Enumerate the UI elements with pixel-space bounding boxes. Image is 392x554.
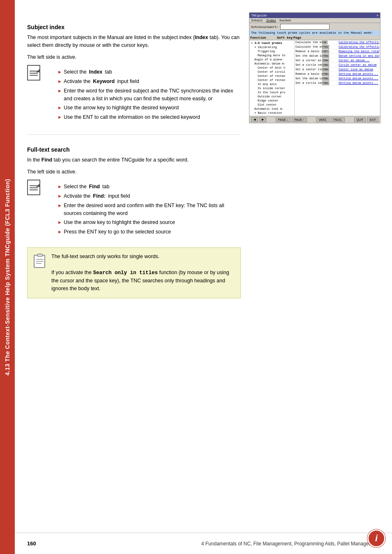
tree-item: Managing more th [250,53,293,58]
list-item: Select the Index tab [58,68,241,76]
fulltext-search-para2: The left side is active. [27,168,241,176]
keyword-search-input[interactable] [280,24,330,30]
screenshot-table: Calculate the effective length OK Calibr… [295,40,380,116]
td-softkey: PRB [322,63,339,67]
tree-item: Center of rectan [250,74,293,78]
btn-page-up[interactable]: PAGE ↑ [292,118,307,122]
fulltext-search-list: Select the Find tab Activate the Find: i… [58,183,241,238]
td-softkey: PRB [322,54,339,58]
list-item: Activate the Find: input field [58,192,241,200]
subject-index-para2: The left side is active. [27,53,241,61]
fulltext-search-with-icon: Select the Find tab Activate the Find: i… [27,180,241,241]
screenshot-search-row: Schlüsselwort: [249,23,380,30]
svg-rect-1 [37,254,42,256]
td-page[interactable]: Removing the basic rotation [339,50,379,53]
td-function: Remove a basic rotation using two measur… [295,72,322,76]
btn-vorwarts[interactable]: ▶ [259,117,266,122]
screenshot-tree: ▾ 3-D touch probes ▾ Calibrating Trigger… [249,40,295,116]
index-bold: Index [195,35,208,40]
td-page[interactable]: Calibrating the effective radius... [339,45,379,48]
td-softkey: PRB [322,81,339,85]
tree-item: Automatic datum m- [250,62,293,66]
tree-item: Center of bolt h [250,66,293,70]
table-row: Set a center line as datum PRB Center li… [295,67,380,72]
td-page[interactable]: Corner as datum... [339,59,379,62]
list-item: Activate the Keyword input field [58,78,241,85]
td-page[interactable]: Datum setting in any axis [339,54,379,58]
left-bar: 4.13 The Context-Sensitive Help System T… [0,0,15,554]
screenshot-close-icon: ✕ [376,14,378,17]
list-item: Enter the word for the desired subject a… [58,87,241,103]
btn-verzeichnis[interactable]: VERZ. [316,118,330,122]
td-page[interactable]: Setting datum points... [339,72,379,76]
table-row: Set the datum in any axis PRB Datum sett… [295,54,380,58]
td-page[interactable]: Setting datum points... [339,77,379,80]
document-icon [27,65,40,81]
screenshot-bottombar: ◀ ▶ PAGE ↓ PAGE ↑ VERZ. TNCG. QUIT EXIT [249,116,380,123]
td-page[interactable]: Center line as datum [339,68,379,71]
btn-page-down[interactable]: PAGE ↓ [276,118,291,122]
chapter-title: 4.13 The Context-Sensitive Help System T… [4,179,11,376]
table-row: Set a corner as datum PRB Corner as datu… [295,58,380,63]
screenshot-title: TNCguide [251,14,267,17]
tree-item: ▾ Basic rotation [250,111,293,115]
fulltext-search-para1: In the Find tab you can search the entir… [27,156,241,164]
subject-index-with-icon: Select the Index tab Activate the Keywor… [27,65,241,126]
tree-item: Center of circul [250,70,293,74]
tree-item: Slot center [250,103,293,107]
td-softkey: SET [322,50,339,53]
screenshot-info-text: The following touch probe cycles are ava… [251,31,373,35]
table-row: Remove a basic rotation using a line SET… [295,49,380,54]
btn-quit[interactable]: QUIT [354,118,366,122]
list-item: Use the arrow key to highlight the desir… [58,219,241,226]
list-item: Press the ENT key to go to the selected … [58,228,241,236]
btn-tncguide[interactable]: TNCG. [331,118,345,122]
td-function: Set the datum using four studs [295,77,322,80]
td-function: Remove a basic rotation using a line [295,50,322,53]
text-column: Subject index The most important subject… [27,12,241,298]
tree-item: In the touch pro [250,90,293,95]
col-function: Function [250,36,277,39]
table-row: Set a circle center using three PRB Sett… [295,81,380,85]
tree-item: Ridge center [250,99,293,103]
subject-index-section: Subject index The most important subject… [27,24,241,126]
list-item: Use the arrow key to highlight the desir… [58,104,241,112]
page-footer: 160 4 Fundamentals of NC, File Managemen… [15,533,392,554]
tree-item: Triggering [250,49,293,53]
note-icon [33,254,46,271]
search-only-titles-label: Search only in titles [93,270,158,276]
td-page[interactable]: Calibrating the effective length [339,41,379,44]
screenshot-titlebar: TNCguide ✕ [249,13,380,18]
find-bold: Find [42,157,52,163]
btn-exit[interactable]: EXIT [367,118,378,122]
td-page[interactable]: Setting datum points... [339,81,379,85]
table-row: Calculate the effective radius PRB Calib… [295,45,380,49]
td-page[interactable]: Circle center as datum [339,63,379,67]
tree-item: In any axis [250,82,293,86]
list-item: Use the ENT to call the information on t… [58,113,241,121]
screenshot-menubar: Inhalt Index Suchen [249,18,380,23]
subject-index-heading: Subject index [27,24,241,30]
td-function: Set a circle center using three [295,81,322,85]
list-item: Select the Find tab [58,183,241,191]
td-function: Calculate the effective radius [295,45,322,48]
tree-item: ▾ 3-D touch probes [250,41,293,45]
menu-item-inhalt: Inhalt [251,18,263,22]
tree-item: ▾ Calibrating [250,45,293,49]
table-row: Remove a basic rotation using two measur… [295,72,380,76]
menu-item-suchen: Suchen [279,18,291,22]
tree-item: Angle of a plane- [250,58,293,62]
menu-item-index: Index [266,18,276,22]
td-softkey: PRB [322,72,339,76]
page-number: 160 [27,540,36,547]
nav-buttons-quit: QUIT EXIT [354,118,378,122]
td-softkey: PRB [322,77,339,80]
tncguide-screenshot: TNCguide ✕ Inhalt Index Suchen Schlüssel… [249,12,380,123]
note-line1: The full-text search only works for sing… [51,253,235,261]
td-softkey: PRB [322,45,339,48]
btn-zuruck[interactable]: ◀ [251,117,258,122]
td-function: Set a circle center as datum [295,63,322,67]
td-function: Calculate the effective length [295,41,322,44]
list-item: Enter the desired word and confirm with … [58,202,241,217]
nav-buttons-right: VERZ. TNCG. [316,118,344,122]
